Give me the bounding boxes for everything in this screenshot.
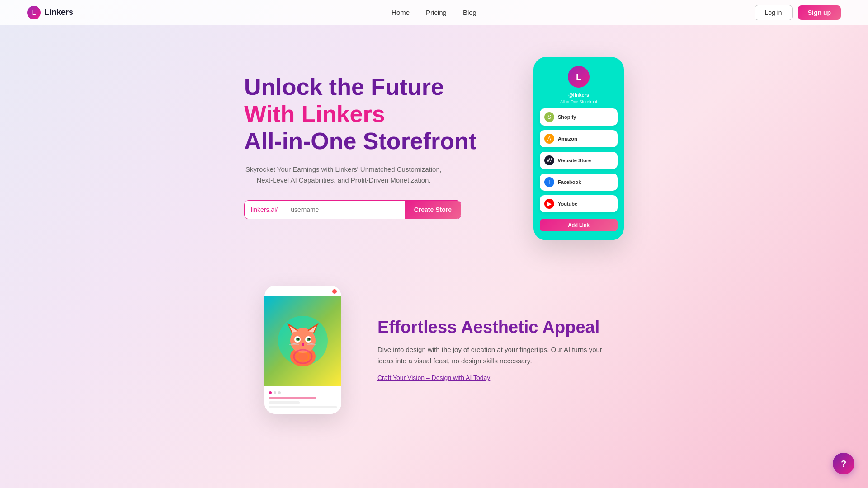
phone-link-website[interactable]: W Website Store xyxy=(540,152,618,169)
username-input[interactable] xyxy=(284,201,405,219)
svg-point-13 xyxy=(302,343,304,345)
phone-tagline: All-in-One Storefront xyxy=(560,99,597,104)
hero-title-line2: With Linkers xyxy=(244,101,385,127)
youtube-label: Youtube xyxy=(558,201,577,206)
section2: Effortless Aesthetic Appeal Dive into de… xyxy=(118,258,750,441)
logo-icon: L xyxy=(27,6,41,19)
hero-subtitle: Skyrocket Your Earnings with Linkers' Un… xyxy=(244,164,443,186)
navigation: L Linkers Home Pricing Blog Log in Sign … xyxy=(0,0,868,25)
phone-link-shopify[interactable]: S Shopify xyxy=(540,108,618,126)
amazon-label: Amazon xyxy=(558,136,577,141)
logo[interactable]: L Linkers xyxy=(27,6,73,19)
section2-title: Effortless Aesthetic Appeal xyxy=(377,318,604,337)
phone-avatar: L xyxy=(568,66,590,88)
phone-link-youtube[interactable]: ▶ Youtube xyxy=(540,195,618,212)
ctrl-dot-3 xyxy=(278,391,281,394)
facebook-icon: f xyxy=(544,177,554,187)
phone-design-header xyxy=(264,286,341,296)
nav-actions: Log in Sign up xyxy=(755,5,841,20)
help-button[interactable]: ? xyxy=(833,453,854,474)
hero-title-line3: All-in-One Storefront xyxy=(244,128,476,154)
website-label: Website Store xyxy=(558,158,591,163)
phone-cat-image xyxy=(264,296,341,386)
hero-prefix: linkers.ai/ xyxy=(245,201,284,219)
phone-link-facebook[interactable]: f Facebook xyxy=(540,174,618,191)
design-bar-1 xyxy=(269,397,316,399)
nav-links: Home Pricing Blog xyxy=(392,9,476,16)
shopify-label: Shopify xyxy=(558,114,576,120)
hero-text: Unlock the Future With Linkers All-in-On… xyxy=(244,74,497,219)
signup-button[interactable]: Sign up xyxy=(798,5,841,20)
phone-mockup: L @linkers All-in-One Storefront S Shopi… xyxy=(533,57,624,240)
section2-desc: Dive into design with the joy of creatio… xyxy=(377,344,604,367)
logo-text: Linkers xyxy=(44,8,73,17)
create-store-button[interactable]: Create Store xyxy=(405,201,461,219)
phone-design-mockup xyxy=(264,286,341,414)
phone-design-controls xyxy=(269,391,337,394)
hero-section: Unlock the Future With Linkers All-in-On… xyxy=(118,25,750,258)
svg-point-12 xyxy=(308,338,310,340)
hero-input-row: linkers.ai/ Create Store xyxy=(244,200,461,219)
add-link-button[interactable]: Add Link xyxy=(540,219,618,231)
nav-link-home[interactable]: Home xyxy=(392,9,410,16)
nav-link-blog[interactable]: Blog xyxy=(463,9,476,16)
design-bar-3 xyxy=(269,406,337,408)
ctrl-dot-2 xyxy=(274,391,276,394)
phone-link-amazon[interactable]: A Amazon xyxy=(540,130,618,147)
svg-point-11 xyxy=(297,338,299,340)
section2-text: Effortless Aesthetic Appeal Dive into de… xyxy=(377,318,604,382)
phone-design-bottom xyxy=(264,386,341,414)
nav-link-pricing[interactable]: Pricing xyxy=(426,9,447,16)
design-bar-2 xyxy=(269,401,300,404)
website-icon: W xyxy=(544,155,554,165)
login-button[interactable]: Log in xyxy=(755,5,793,20)
amazon-icon: A xyxy=(544,134,554,144)
hero-title-line1: Unlock the Future xyxy=(244,74,444,100)
phone-close-dot xyxy=(332,289,337,294)
ctrl-dot-1 xyxy=(269,391,272,394)
hero-title: Unlock the Future With Linkers All-in-On… xyxy=(244,74,497,155)
facebook-label: Facebook xyxy=(558,179,581,185)
section2-cta-link[interactable]: Craft Your Vision – Design with AI Today xyxy=(377,374,490,381)
phone-username: @linkers xyxy=(568,92,589,98)
phone-design-bars xyxy=(269,397,337,408)
youtube-icon: ▶ xyxy=(544,199,554,209)
shopify-icon: S xyxy=(544,112,554,122)
